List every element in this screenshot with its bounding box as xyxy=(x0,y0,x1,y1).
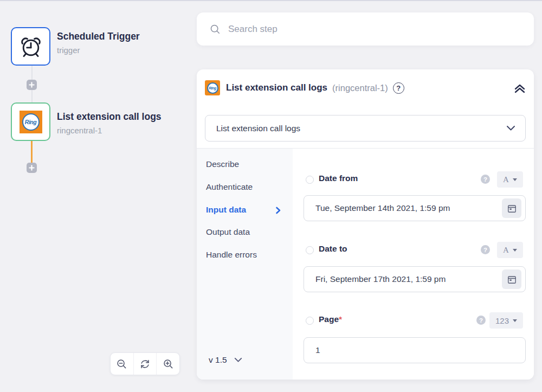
type-chip-label: A xyxy=(503,175,509,184)
calendar-icon xyxy=(507,274,517,285)
date-from-input[interactable] xyxy=(304,196,525,221)
top-border xyxy=(0,0,542,1)
ringcentral-logo-text: Ring xyxy=(209,86,216,90)
panel-body: Describe Authenticate Input data Output … xyxy=(197,149,534,380)
chevron-down-icon xyxy=(234,357,242,363)
ringcentral-logo-text: Ring xyxy=(25,119,36,125)
zoom-in-button[interactable] xyxy=(156,353,179,375)
page-radio[interactable] xyxy=(306,317,314,325)
add-step-button[interactable] xyxy=(27,80,37,90)
page-label: Page* xyxy=(319,314,342,324)
zoom-reset-button[interactable] xyxy=(133,353,157,375)
date-to-type-chip[interactable]: A xyxy=(497,242,523,258)
step-connector-name: (ringcentral-1) xyxy=(332,83,388,93)
tab-output-data[interactable]: Output data xyxy=(206,227,250,239)
plus-icon xyxy=(29,165,35,171)
chevron-down-icon xyxy=(506,125,515,131)
caret-down-icon xyxy=(513,249,517,252)
date-from-label: Date from xyxy=(319,173,358,183)
panel-tab-column: Describe Authenticate Input data Output … xyxy=(197,149,293,380)
tab-input-data[interactable]: Input data xyxy=(206,205,246,217)
page-input-wrap xyxy=(304,337,526,363)
tab-authenticate[interactable]: Authenticate xyxy=(206,182,253,194)
zoom-out-icon xyxy=(116,358,127,370)
page-type-chip[interactable]: 123 xyxy=(489,312,523,329)
alarm-clock-icon xyxy=(18,34,43,59)
date-to-radio[interactable] xyxy=(306,246,314,254)
chevron-right-icon xyxy=(275,207,281,214)
ringcentral-logo: Ring xyxy=(205,80,220,95)
search-step-input[interactable] xyxy=(228,24,534,35)
ringcentral-node[interactable]: Ring xyxy=(11,102,50,141)
double-chevron-up-icon xyxy=(513,83,526,94)
version-selector[interactable]: v 1.5 xyxy=(209,355,242,365)
caret-down-icon xyxy=(513,178,517,181)
page-label-text: Page xyxy=(319,314,339,324)
help-icon[interactable]: ? xyxy=(393,82,404,94)
ringcentral-logo: Ring xyxy=(20,111,42,133)
panel-header: Ring List extension call logs (ringcentr… xyxy=(205,80,404,95)
type-chip-label: A xyxy=(503,246,509,255)
zoom-out-button[interactable] xyxy=(111,353,133,375)
trigger-node[interactable] xyxy=(11,27,50,66)
step-title: List extension call logs xyxy=(226,82,327,93)
date-to-calendar-button[interactable] xyxy=(502,269,521,289)
refresh-icon xyxy=(139,358,151,370)
connector-line-orange xyxy=(31,141,33,163)
operation-select-value: List extension call logs xyxy=(216,124,506,133)
ringcentral-node-subtitle: ringcentral-1 xyxy=(57,126,102,135)
date-from-type-chip[interactable]: A xyxy=(497,171,523,188)
help-icon[interactable]: ? xyxy=(481,245,490,254)
tab-handle-errors[interactable]: Handle errors xyxy=(206,250,257,262)
date-to-input[interactable] xyxy=(304,267,525,292)
trigger-node-subtitle: trigger xyxy=(57,46,80,55)
input-data-form: Date from ? A Date to ? A xyxy=(293,149,534,380)
plus-icon xyxy=(29,82,35,88)
step-properties-panel: Ring List extension call logs (ringcentr… xyxy=(197,69,534,380)
trigger-node-title: Scheduled Trigger xyxy=(57,31,140,42)
date-from-radio[interactable] xyxy=(306,176,314,184)
page-input[interactable] xyxy=(304,338,525,363)
search-icon xyxy=(210,24,221,35)
tab-input-data-label: Input data xyxy=(206,205,246,214)
caret-down-icon xyxy=(513,319,517,322)
help-icon[interactable]: ? xyxy=(476,316,486,325)
add-step-button[interactable] xyxy=(27,163,37,173)
operation-select[interactable]: List extension call logs xyxy=(205,115,526,142)
tab-describe[interactable]: Describe xyxy=(206,159,239,171)
help-icon[interactable]: ? xyxy=(481,175,490,184)
canvas-zoom-controls xyxy=(110,352,180,375)
step-search-bar xyxy=(197,12,534,46)
zoom-in-icon xyxy=(163,358,174,370)
date-from-calendar-button[interactable] xyxy=(502,198,521,218)
calendar-icon xyxy=(507,203,517,214)
ringcentral-node-title: List extension call logs xyxy=(57,111,162,123)
version-label: v 1.5 xyxy=(209,355,227,365)
type-chip-label: 123 xyxy=(495,316,509,325)
collapse-panel-button[interactable] xyxy=(512,82,527,95)
date-to-label: Date to xyxy=(319,244,347,254)
date-from-input-wrap xyxy=(304,195,526,221)
required-mark: * xyxy=(339,314,342,324)
date-to-input-wrap xyxy=(304,266,526,292)
